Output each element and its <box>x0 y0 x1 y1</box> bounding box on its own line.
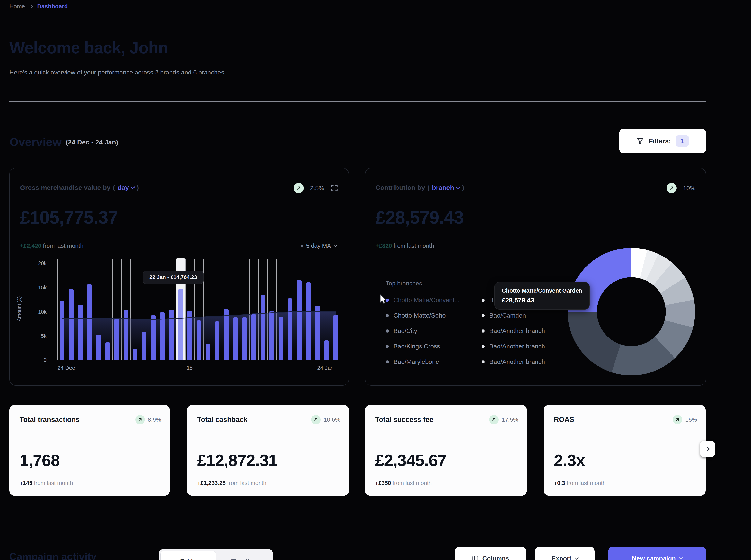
branch-list-item[interactable]: Bao/Another branch <box>481 327 545 335</box>
branch-list-item[interactable]: Bao/Another branch <box>481 343 545 350</box>
arrow-up-right-icon <box>669 185 674 191</box>
stat-delta: +£1,233.25 <box>197 480 226 486</box>
trend-up-badge <box>294 183 304 193</box>
ma-dropdown[interactable]: 5 day MA <box>301 242 337 249</box>
top-branches-label: Top branches <box>386 280 422 287</box>
trend-up-badge <box>311 415 320 424</box>
stat-pct: 10.6% <box>324 416 340 423</box>
branch-list-item[interactable]: Bao/Camden <box>481 312 545 319</box>
contribution-card-title: Contribution by <box>376 184 425 192</box>
gmv-delta-suffix: from last month <box>41 242 83 249</box>
chevron-down-icon[interactable] <box>456 185 460 189</box>
bullet-icon <box>386 329 389 333</box>
columns-label: Columns <box>482 555 509 560</box>
ma-line-path <box>62 312 336 320</box>
branch-label: Chotto Matte/Convent... <box>394 296 460 304</box>
arrow-up-right-icon <box>675 417 680 422</box>
filters-label: Filters: <box>649 137 671 145</box>
branch-list-item[interactable]: Chotto Matte/Convent... <box>386 296 460 304</box>
bullet-icon <box>481 314 485 317</box>
page-title: Welcome back, John <box>9 38 168 57</box>
trend-up-badge <box>673 415 682 424</box>
stat-pct: 8.9% <box>148 416 161 423</box>
branch-donut-chart[interactable] <box>568 248 695 375</box>
view-tab-group: Table Timeline <box>159 549 273 560</box>
new-campaign-label: New campaign <box>632 555 676 560</box>
divider-bottom <box>9 537 706 537</box>
contribution-delta-row: +£820 from last month <box>376 242 434 249</box>
export-label: Export <box>552 555 571 560</box>
branch-label: Chotto Matte/Soho <box>394 312 446 319</box>
branch-list-item[interactable]: Bao/Another branch <box>481 358 545 365</box>
stat-delta: +145 <box>20 480 32 486</box>
breadcrumb-current[interactable]: Dashboard <box>37 3 68 10</box>
y-tick: 20k <box>25 260 46 266</box>
filter-funnel-icon <box>636 137 644 145</box>
divider-top <box>9 101 706 102</box>
donut-hole <box>597 277 666 346</box>
chevron-down-icon[interactable] <box>333 243 337 247</box>
branch-list-item[interactable]: Chotto Matte/Soho <box>386 312 460 319</box>
breadcrumb-home[interactable]: Home <box>9 3 25 10</box>
columns-icon <box>472 555 478 560</box>
bullet-icon <box>481 360 485 363</box>
branch-tooltip-value: £28,579.43 <box>502 297 582 304</box>
gmv-card-title: Gross merchandise value by <box>20 184 111 192</box>
export-button[interactable]: Export <box>535 547 595 560</box>
paren: ) <box>462 184 464 192</box>
ma-legend-dot-icon <box>301 245 303 247</box>
bullet-icon <box>481 345 485 348</box>
x-tick: 24 Dec <box>58 365 75 371</box>
branch-list-item[interactable]: Bao/City <box>386 327 460 335</box>
tab-table[interactable]: Table <box>160 551 216 560</box>
stat-title: Total transactions <box>20 416 80 424</box>
stat-sub: +£350 from last month <box>375 480 432 486</box>
x-tick: 24 Jan <box>317 365 334 371</box>
filters-button[interactable]: Filters: 1 <box>619 129 706 153</box>
y-tick: 0 <box>25 357 46 363</box>
arrow-up-right-icon <box>314 417 318 422</box>
mouse-cursor-icon <box>379 294 389 304</box>
expand-icon[interactable] <box>331 184 338 192</box>
stat-value: 2.3x <box>554 451 585 470</box>
stat-card-transactions: Total transactions 8.9% 1,768 +145 from … <box>9 405 170 496</box>
columns-button[interactable]: Columns <box>455 547 526 560</box>
paren: ( <box>113 184 115 192</box>
branch-label: Bao/Kings Cross <box>394 343 440 350</box>
arrow-up-right-icon <box>138 417 142 422</box>
overview-date-range: (24 Dec - 24 Jan) <box>66 138 118 146</box>
contribution-card: Contribution by ( branch ) 10% £28,579.4… <box>365 168 706 385</box>
stat-value: £12,872.31 <box>197 451 277 470</box>
contribution-dropdown[interactable]: branch <box>432 184 454 192</box>
contribution-value: £28,579.43 <box>376 207 463 228</box>
chevron-down-icon <box>679 556 683 560</box>
stat-pct: 15% <box>685 416 697 423</box>
paren: ( <box>427 184 430 192</box>
carousel-next-button[interactable] <box>700 441 715 457</box>
chevron-down-icon[interactable] <box>131 185 135 189</box>
branch-label: Bao/Another branch <box>489 327 545 335</box>
y-tick: 15k <box>25 285 46 291</box>
dashboard-page: Home Dashboard Welcome back, John Here's… <box>0 0 751 560</box>
stat-suffix: from last month <box>226 480 266 486</box>
tab-timeline[interactable]: Timeline <box>216 551 272 560</box>
branch-label: Bao/Another branch <box>489 343 545 350</box>
branch-label: Bao/Camden <box>489 312 526 319</box>
stat-card-roas: ROAS 15% 2.3x +0.3 from last month <box>544 405 706 496</box>
gmv-granularity-dropdown[interactable]: day <box>117 184 129 192</box>
contribution-delta-suffix: from last month <box>392 242 434 249</box>
stat-card-success-fee: Total success fee 17.5% £2,345.67 +£350 … <box>365 405 527 496</box>
branch-list-item[interactable]: Bao/Kings Cross <box>386 343 460 350</box>
stat-card-cashback: Total cashback 10.6% £12,872.31 +£1,233.… <box>187 405 349 496</box>
stat-delta: +£350 <box>375 480 391 486</box>
bullet-icon <box>481 299 485 302</box>
new-campaign-button[interactable]: New campaign <box>608 547 706 560</box>
stat-title: Total cashback <box>197 416 248 424</box>
arrow-up-right-icon <box>296 185 301 191</box>
branch-list-item[interactable]: Bao/Marylebone <box>386 358 460 365</box>
y-axis-label: Amount (£) <box>16 289 22 328</box>
stat-suffix: from last month <box>32 480 73 486</box>
branch-tooltip: Chotto Matte/Convent Garden £28,579.43 <box>494 282 590 309</box>
chevron-down-icon <box>575 556 579 560</box>
stat-value: 1,768 <box>20 451 60 470</box>
